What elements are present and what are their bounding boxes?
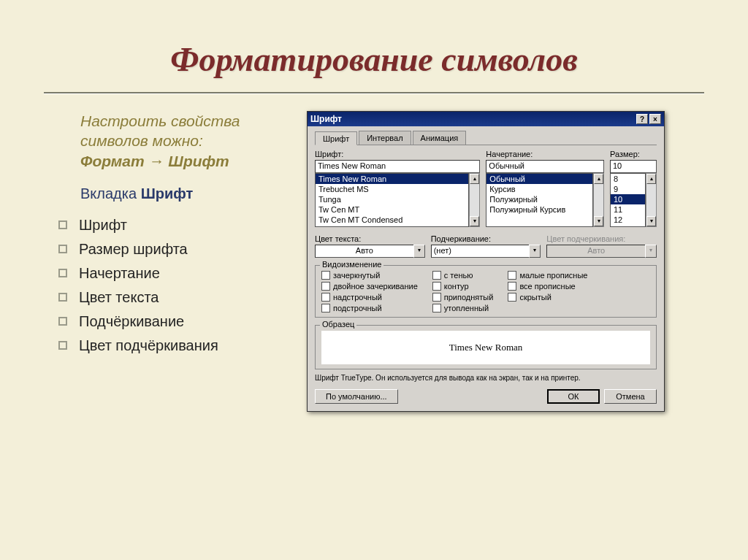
bullet-icon (58, 293, 67, 302)
intro-text: Настроить свойства символов можно: Форма… (80, 111, 299, 171)
checkbox-small-caps[interactable]: малые прописные (508, 271, 587, 280)
text-color-label: Цвет текста: (315, 234, 425, 243)
style-option[interactable]: Обычный (486, 174, 592, 184)
checkbox-icon (321, 282, 330, 291)
left-column: Настроить свойства символов можно: Форма… (80, 111, 299, 412)
checkbox-subscript[interactable]: подстрочный (321, 304, 418, 312)
bullet-icon (58, 341, 67, 350)
checkbox-superscript[interactable]: надстрочный (321, 293, 418, 302)
checkbox-double-strike[interactable]: двойное зачеркивание (321, 282, 418, 291)
checkbox-all-caps[interactable]: все прописные (508, 282, 587, 291)
underline-color-dropdown: Авто ▾ (546, 245, 657, 258)
bullet-text: Цвет текста (79, 289, 159, 306)
checkbox-outline[interactable]: контур (432, 282, 494, 291)
tab-font[interactable]: Шрифт (315, 131, 357, 145)
checkbox-icon (508, 293, 516, 302)
checkbox-icon (321, 271, 330, 280)
style-option[interactable]: Курсив (486, 184, 592, 194)
sample-title: Образец (320, 320, 356, 329)
sample-preview: Times New Roman (321, 331, 650, 364)
underline-value: (нет) (431, 245, 530, 258)
size-option[interactable]: 11 (611, 204, 645, 215)
text-color-value: Авто (315, 245, 413, 258)
bullet-icon (58, 245, 67, 253)
checkbox-icon (432, 282, 441, 291)
checkbox-label: зачеркнутый (333, 271, 380, 280)
dialog-title: Шрифт (310, 114, 342, 124)
color-row: Цвет текста: Авто ▾ Подчеркивание: (нет)… (315, 234, 657, 258)
checkbox-label: все прописные (519, 282, 575, 291)
scroll-up-icon[interactable]: ▴ (470, 174, 479, 184)
bullet-text: Начертание (79, 265, 160, 282)
style-listbox[interactable]: Обычный Курсив Полужирный Полужирный Кур… (486, 173, 593, 227)
style-option[interactable]: Полужирный (486, 194, 592, 204)
checkbox-icon (321, 304, 330, 312)
button-row: По умолчанию... ОК Отмена (315, 389, 657, 404)
underline-dropdown[interactable]: (нет) ▾ (431, 245, 541, 258)
style-scrollbar[interactable]: ▴ ▾ (593, 173, 604, 227)
ok-button[interactable]: ОК (547, 389, 600, 404)
default-button[interactable]: По умолчанию... (315, 389, 398, 404)
bullet-text: Размер шрифта (79, 241, 188, 258)
font-label: Шрифт: (315, 150, 480, 158)
bullet-icon (58, 317, 67, 326)
tab-interval[interactable]: Интервал (359, 131, 411, 145)
tab-animation[interactable]: Анимация (413, 131, 467, 145)
effects-group: Видоизменение зачеркнутый двойное зачерк… (315, 265, 657, 318)
list-item: Начертание (80, 265, 299, 282)
help-button[interactable]: ? (636, 114, 648, 124)
list-item: Цвет подчёркивания (80, 337, 299, 354)
font-option[interactable]: Tw Cen MT Condensed (316, 215, 468, 225)
checkbox-icon (508, 271, 516, 280)
checkbox-icon (321, 293, 330, 302)
bullet-icon (58, 220, 67, 229)
content-area: Настроить свойства символов можно: Форма… (0, 93, 748, 412)
bullet-list: Шрифт Размер шрифта Начертание Цвет текс… (80, 217, 299, 354)
size-option[interactable]: 12 (611, 215, 645, 225)
tab-line: Вкладка Шрифт (80, 185, 299, 202)
font-option[interactable]: Trebuchet MS (316, 184, 468, 194)
size-input[interactable]: 10 (610, 160, 657, 173)
checkbox-label: утопленный (444, 304, 489, 312)
font-option[interactable]: Times New Roman (316, 174, 468, 184)
dialog-tabs: Шрифт Интервал Анимация (315, 131, 657, 145)
checkbox-emboss[interactable]: приподнятый (432, 293, 494, 302)
underline-label: Подчеркивание: (431, 234, 541, 243)
checkbox-engrave[interactable]: утопленный (432, 304, 494, 312)
font-dialog: Шрифт ? × Шрифт Интервал Анимация Шрифт:… (307, 111, 665, 412)
size-option[interactable]: 9 (611, 184, 645, 194)
list-item: Подчёркивание (80, 313, 299, 330)
tab-name: Шрифт (141, 185, 194, 202)
scroll-down-icon[interactable]: ▾ (594, 216, 603, 226)
checkbox-hidden[interactable]: скрытый (508, 293, 587, 302)
size-option[interactable]: 8 (611, 174, 645, 184)
style-option[interactable]: Полужирный Курсив (486, 204, 592, 215)
font-scrollbar[interactable]: ▴ ▾ (469, 173, 480, 227)
chevron-down-icon[interactable]: ▾ (413, 245, 425, 258)
font-option[interactable]: Tw Cen MT (316, 204, 468, 215)
chevron-down-icon[interactable]: ▾ (529, 245, 541, 258)
scroll-up-icon[interactable]: ▴ (646, 174, 656, 184)
scroll-down-icon[interactable]: ▾ (470, 216, 479, 226)
close-button[interactable]: × (649, 114, 661, 124)
checkbox-shadow[interactable]: с тенью (432, 271, 494, 280)
chevron-down-icon: ▾ (645, 245, 657, 258)
checkbox-label: надстрочный (333, 293, 382, 302)
cancel-button[interactable]: Отмена (604, 389, 657, 404)
font-input[interactable]: Times New Roman (315, 160, 480, 173)
font-option[interactable]: Tunga (316, 194, 468, 204)
size-listbox[interactable]: 8 9 10 11 12 (610, 173, 646, 227)
size-scrollbar[interactable]: ▴ ▾ (646, 173, 657, 227)
scroll-down-icon[interactable]: ▾ (646, 216, 656, 226)
bullet-text: Цвет подчёркивания (79, 337, 218, 354)
dialog-titlebar[interactable]: Шрифт ? × (308, 112, 664, 126)
size-label: Размер: (610, 150, 657, 158)
checkbox-strikethrough[interactable]: зачеркнутый (321, 271, 418, 280)
font-listbox[interactable]: Times New Roman Trebuchet MS Tunga Tw Ce… (315, 173, 469, 227)
scroll-up-icon[interactable]: ▴ (594, 174, 603, 184)
size-option[interactable]: 10 (611, 194, 645, 204)
font-row: Шрифт: Times New Roman Times New Roman T… (315, 150, 657, 227)
checkbox-icon (508, 282, 516, 291)
text-color-dropdown[interactable]: Авто ▾ (315, 245, 425, 258)
style-input[interactable]: Обычный (486, 160, 604, 173)
